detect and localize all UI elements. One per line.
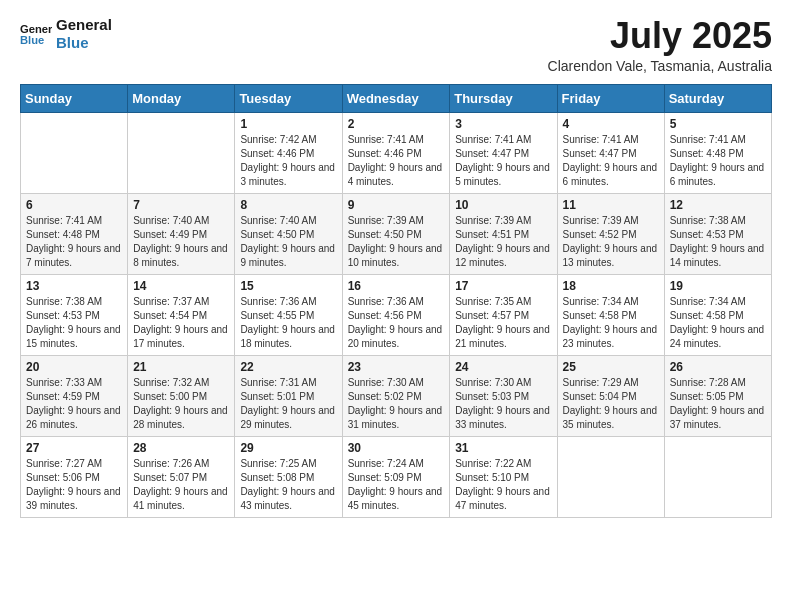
- day-info: Sunrise: 7:28 AMSunset: 5:05 PMDaylight:…: [670, 376, 766, 432]
- calendar-cell: [21, 112, 128, 193]
- calendar-cell: 13Sunrise: 7:38 AMSunset: 4:53 PMDayligh…: [21, 274, 128, 355]
- day-number: 26: [670, 360, 766, 374]
- day-number: 28: [133, 441, 229, 455]
- day-number: 31: [455, 441, 551, 455]
- logo-icon: General Blue: [20, 20, 52, 48]
- calendar-cell: 1Sunrise: 7:42 AMSunset: 4:46 PMDaylight…: [235, 112, 342, 193]
- day-number: 18: [563, 279, 659, 293]
- week-row-2: 6Sunrise: 7:41 AMSunset: 4:48 PMDaylight…: [21, 193, 772, 274]
- day-number: 12: [670, 198, 766, 212]
- calendar-cell: 21Sunrise: 7:32 AMSunset: 5:00 PMDayligh…: [128, 355, 235, 436]
- calendar-cell: 4Sunrise: 7:41 AMSunset: 4:47 PMDaylight…: [557, 112, 664, 193]
- day-number: 4: [563, 117, 659, 131]
- calendar-table: Sunday Monday Tuesday Wednesday Thursday…: [20, 84, 772, 518]
- calendar-cell: 30Sunrise: 7:24 AMSunset: 5:09 PMDayligh…: [342, 436, 450, 517]
- day-info: Sunrise: 7:41 AMSunset: 4:46 PMDaylight:…: [348, 133, 445, 189]
- col-saturday: Saturday: [664, 84, 771, 112]
- day-number: 16: [348, 279, 445, 293]
- logo-line1: General: [56, 16, 112, 34]
- calendar-cell: 18Sunrise: 7:34 AMSunset: 4:58 PMDayligh…: [557, 274, 664, 355]
- calendar-cell: 11Sunrise: 7:39 AMSunset: 4:52 PMDayligh…: [557, 193, 664, 274]
- day-info: Sunrise: 7:41 AMSunset: 4:47 PMDaylight:…: [455, 133, 551, 189]
- calendar-cell: 24Sunrise: 7:30 AMSunset: 5:03 PMDayligh…: [450, 355, 557, 436]
- calendar-cell: 5Sunrise: 7:41 AMSunset: 4:48 PMDaylight…: [664, 112, 771, 193]
- day-info: Sunrise: 7:32 AMSunset: 5:00 PMDaylight:…: [133, 376, 229, 432]
- col-wednesday: Wednesday: [342, 84, 450, 112]
- calendar-cell: 22Sunrise: 7:31 AMSunset: 5:01 PMDayligh…: [235, 355, 342, 436]
- day-number: 6: [26, 198, 122, 212]
- calendar-cell: 26Sunrise: 7:28 AMSunset: 5:05 PMDayligh…: [664, 355, 771, 436]
- day-info: Sunrise: 7:29 AMSunset: 5:04 PMDaylight:…: [563, 376, 659, 432]
- day-number: 17: [455, 279, 551, 293]
- week-row-4: 20Sunrise: 7:33 AMSunset: 4:59 PMDayligh…: [21, 355, 772, 436]
- day-info: Sunrise: 7:40 AMSunset: 4:49 PMDaylight:…: [133, 214, 229, 270]
- calendar-cell: 31Sunrise: 7:22 AMSunset: 5:10 PMDayligh…: [450, 436, 557, 517]
- day-info: Sunrise: 7:34 AMSunset: 4:58 PMDaylight:…: [563, 295, 659, 351]
- calendar-cell: 15Sunrise: 7:36 AMSunset: 4:55 PMDayligh…: [235, 274, 342, 355]
- calendar-cell: 29Sunrise: 7:25 AMSunset: 5:08 PMDayligh…: [235, 436, 342, 517]
- col-friday: Friday: [557, 84, 664, 112]
- day-number: 20: [26, 360, 122, 374]
- day-info: Sunrise: 7:41 AMSunset: 4:48 PMDaylight:…: [26, 214, 122, 270]
- svg-text:Blue: Blue: [20, 34, 44, 46]
- day-number: 23: [348, 360, 445, 374]
- day-number: 1: [240, 117, 336, 131]
- day-number: 5: [670, 117, 766, 131]
- calendar-cell: 25Sunrise: 7:29 AMSunset: 5:04 PMDayligh…: [557, 355, 664, 436]
- day-number: 19: [670, 279, 766, 293]
- calendar-cell: [664, 436, 771, 517]
- day-info: Sunrise: 7:41 AMSunset: 4:47 PMDaylight:…: [563, 133, 659, 189]
- calendar-cell: 23Sunrise: 7:30 AMSunset: 5:02 PMDayligh…: [342, 355, 450, 436]
- col-sunday: Sunday: [21, 84, 128, 112]
- calendar-header-row: Sunday Monday Tuesday Wednesday Thursday…: [21, 84, 772, 112]
- day-number: 22: [240, 360, 336, 374]
- day-info: Sunrise: 7:30 AMSunset: 5:02 PMDaylight:…: [348, 376, 445, 432]
- day-number: 8: [240, 198, 336, 212]
- day-info: Sunrise: 7:26 AMSunset: 5:07 PMDaylight:…: [133, 457, 229, 513]
- week-row-3: 13Sunrise: 7:38 AMSunset: 4:53 PMDayligh…: [21, 274, 772, 355]
- day-info: Sunrise: 7:25 AMSunset: 5:08 PMDaylight:…: [240, 457, 336, 513]
- day-number: 7: [133, 198, 229, 212]
- day-number: 24: [455, 360, 551, 374]
- day-info: Sunrise: 7:42 AMSunset: 4:46 PMDaylight:…: [240, 133, 336, 189]
- day-info: Sunrise: 7:39 AMSunset: 4:51 PMDaylight:…: [455, 214, 551, 270]
- day-info: Sunrise: 7:39 AMSunset: 4:52 PMDaylight:…: [563, 214, 659, 270]
- day-info: Sunrise: 7:34 AMSunset: 4:58 PMDaylight:…: [670, 295, 766, 351]
- day-number: 3: [455, 117, 551, 131]
- calendar-cell: 9Sunrise: 7:39 AMSunset: 4:50 PMDaylight…: [342, 193, 450, 274]
- week-row-1: 1Sunrise: 7:42 AMSunset: 4:46 PMDaylight…: [21, 112, 772, 193]
- header: General Blue General Blue July 2025 Clar…: [20, 16, 772, 74]
- calendar-cell: 14Sunrise: 7:37 AMSunset: 4:54 PMDayligh…: [128, 274, 235, 355]
- day-number: 13: [26, 279, 122, 293]
- calendar-cell: 27Sunrise: 7:27 AMSunset: 5:06 PMDayligh…: [21, 436, 128, 517]
- day-info: Sunrise: 7:38 AMSunset: 4:53 PMDaylight:…: [26, 295, 122, 351]
- calendar-cell: 2Sunrise: 7:41 AMSunset: 4:46 PMDaylight…: [342, 112, 450, 193]
- day-info: Sunrise: 7:22 AMSunset: 5:10 PMDaylight:…: [455, 457, 551, 513]
- calendar-cell: 10Sunrise: 7:39 AMSunset: 4:51 PMDayligh…: [450, 193, 557, 274]
- month-title: July 2025: [548, 16, 772, 56]
- day-info: Sunrise: 7:39 AMSunset: 4:50 PMDaylight:…: [348, 214, 445, 270]
- day-number: 9: [348, 198, 445, 212]
- calendar-cell: 17Sunrise: 7:35 AMSunset: 4:57 PMDayligh…: [450, 274, 557, 355]
- day-info: Sunrise: 7:33 AMSunset: 4:59 PMDaylight:…: [26, 376, 122, 432]
- day-info: Sunrise: 7:27 AMSunset: 5:06 PMDaylight:…: [26, 457, 122, 513]
- title-block: July 2025 Clarendon Vale, Tasmania, Aust…: [548, 16, 772, 74]
- day-info: Sunrise: 7:41 AMSunset: 4:48 PMDaylight:…: [670, 133, 766, 189]
- day-number: 15: [240, 279, 336, 293]
- calendar-cell: [557, 436, 664, 517]
- calendar-cell: [128, 112, 235, 193]
- calendar-cell: 12Sunrise: 7:38 AMSunset: 4:53 PMDayligh…: [664, 193, 771, 274]
- day-info: Sunrise: 7:36 AMSunset: 4:56 PMDaylight:…: [348, 295, 445, 351]
- day-info: Sunrise: 7:37 AMSunset: 4:54 PMDaylight:…: [133, 295, 229, 351]
- col-tuesday: Tuesday: [235, 84, 342, 112]
- calendar-cell: 7Sunrise: 7:40 AMSunset: 4:49 PMDaylight…: [128, 193, 235, 274]
- day-info: Sunrise: 7:40 AMSunset: 4:50 PMDaylight:…: [240, 214, 336, 270]
- calendar-cell: 20Sunrise: 7:33 AMSunset: 4:59 PMDayligh…: [21, 355, 128, 436]
- calendar-cell: 16Sunrise: 7:36 AMSunset: 4:56 PMDayligh…: [342, 274, 450, 355]
- day-number: 11: [563, 198, 659, 212]
- calendar-cell: 28Sunrise: 7:26 AMSunset: 5:07 PMDayligh…: [128, 436, 235, 517]
- calendar-cell: 8Sunrise: 7:40 AMSunset: 4:50 PMDaylight…: [235, 193, 342, 274]
- day-info: Sunrise: 7:24 AMSunset: 5:09 PMDaylight:…: [348, 457, 445, 513]
- calendar-cell: 6Sunrise: 7:41 AMSunset: 4:48 PMDaylight…: [21, 193, 128, 274]
- day-info: Sunrise: 7:31 AMSunset: 5:01 PMDaylight:…: [240, 376, 336, 432]
